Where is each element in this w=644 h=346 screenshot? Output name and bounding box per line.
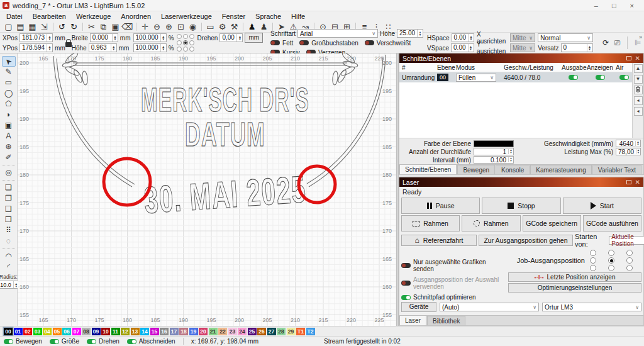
menu-item-hilfe[interactable]: Hilfe [291, 13, 305, 20]
weld-tool[interactable]: ❏ [2, 182, 16, 193]
monitor-icon[interactable]: ▭ [204, 21, 216, 32]
port-select[interactable]: (Auto)∨ [440, 303, 539, 311]
job-origin-radio-1[interactable] [608, 250, 614, 256]
palette-swatch-25[interactable]: 25 [248, 328, 257, 335]
text-style-select[interactable]: Normal∨ [538, 33, 593, 42]
uppercase-toggle[interactable]: Großbuchstaben [299, 40, 358, 47]
layer-show-toggle[interactable] [596, 75, 605, 80]
device-select[interactable]: Ortur LM3∨ [542, 303, 641, 311]
palette-swatch-17[interactable]: 17 [170, 328, 179, 335]
shape-tool[interactable]: ◗ [2, 109, 16, 120]
versatz-field[interactable]: 0▲▼ [561, 43, 593, 52]
text-tool[interactable]: A [2, 131, 16, 142]
palette-swatch-05[interactable]: 05 [53, 328, 62, 335]
anchor-radio-4[interactable] [183, 40, 188, 45]
scale-height-field[interactable]: 100.000▲▼ [133, 43, 167, 52]
palette-swatch-28[interactable]: 28 [277, 328, 286, 335]
palette-swatch-04[interactable]: 04 [43, 328, 52, 335]
delete-icon[interactable]: ⌫ [121, 21, 133, 32]
statusbar-toggle-drehen[interactable]: Drehen [87, 338, 119, 345]
aspect-lock-icon[interactable] [65, 42, 72, 47]
palette-swatch-02[interactable]: 02 [23, 328, 32, 335]
column-header-3[interactable]: Geschw./Leistung [501, 64, 559, 71]
menu-item-sprache[interactable]: Sprache [255, 13, 281, 20]
column-header-5[interactable]: Anzeigen [584, 64, 613, 71]
tab-laser[interactable]: Laser [399, 315, 426, 325]
anchor-radio-3[interactable] [177, 40, 182, 45]
anchor-radio-7[interactable] [183, 47, 188, 52]
y-align-select[interactable]: Mitte∨ [510, 43, 535, 52]
use-selection-origin-toggle[interactable]: Ausgangsposition der Auswahl verwenden [401, 276, 508, 290]
palette-swatch-23[interactable]: 23 [228, 328, 237, 335]
start-button[interactable]: Start [563, 198, 641, 214]
text-line-1[interactable]: MERK'SCH DR'S [141, 81, 309, 118]
palette-swatch-13[interactable]: 13 [131, 328, 140, 335]
palette-swatch-15[interactable]: 15 [150, 328, 159, 335]
save-icon[interactable]: ▦ [26, 21, 38, 32]
send-selected-only-toggle[interactable]: Nur ausgewählte Grafiken senden [401, 259, 508, 272]
layer-mode-select[interactable]: Füllen∨ [456, 74, 496, 82]
hspace-field[interactable]: 0.00▲▼ [452, 33, 474, 42]
palette-swatch-26[interactable]: 26 [257, 328, 266, 335]
job-origin-radio-4[interactable] [608, 257, 614, 264]
polygon-tool[interactable]: ⬠ [2, 99, 16, 109]
palette-swatch-03[interactable]: 03 [33, 328, 42, 335]
palette-collapse-left-button[interactable]: ◂ [634, 96, 643, 105]
font-select[interactable]: Arial∨ [297, 29, 378, 38]
frame-circle-button[interactable]: Rahmen [462, 215, 520, 232]
palette-swatch-21[interactable]: 21 [209, 328, 218, 335]
position-laser-tool[interactable]: ⊛ [2, 142, 16, 152]
pause-button[interactable]: Pause [401, 198, 480, 214]
tab-bewegen[interactable]: Bewegen [457, 165, 495, 174]
width-field[interactable]: 0.000▲▼ [90, 33, 118, 42]
laser-panel-titlebar[interactable]: Laser ✕ [399, 177, 643, 187]
layer-air-toggle[interactable] [619, 75, 629, 80]
offset-tool[interactable]: ◎ [2, 167, 16, 178]
column-header-2[interactable]: Modus [453, 64, 501, 71]
palette-swatch-16[interactable]: 16 [160, 328, 169, 335]
text-line-2[interactable]: DATUM [185, 115, 265, 153]
anchor-radio-5[interactable] [189, 40, 194, 45]
layer-move-up-button[interactable]: ▲ [634, 64, 643, 73]
boolean-intersect-tool[interactable]: ❑ [2, 204, 16, 215]
close-panel-icon[interactable]: ✕ [635, 55, 640, 62]
anchor-point-grid[interactable] [177, 34, 195, 52]
tab-konsole[interactable]: Konsole [496, 165, 530, 174]
close-button[interactable]: × [630, 2, 634, 9]
edit-nodes-tool[interactable]: ▣ [2, 120, 16, 131]
job-origin-radio-0[interactable] [590, 250, 596, 256]
anchor-radio-6[interactable] [177, 47, 182, 52]
start-from-select[interactable]: Aktuelle Position∨ [609, 236, 644, 245]
palette-swatch-27[interactable]: 27 [267, 328, 276, 335]
menu-item-werkzeuge[interactable]: Werkzeuge [76, 13, 111, 20]
palette-swatch-00[interactable]: 00 [4, 328, 13, 335]
cuts-panel-titlebar[interactable]: Schnitte/Ebenen ✕ [399, 53, 643, 63]
palette-swatch-12[interactable]: 12 [121, 328, 130, 335]
cut-icon[interactable]: ✂ [86, 21, 97, 32]
palette-swatch-07[interactable]: 07 [72, 328, 81, 335]
palette-swatch-T2[interactable]: T2 [306, 328, 315, 335]
passes-field[interactable]: 1▲▼ [474, 148, 514, 155]
palette-swatch-01[interactable]: 01 [14, 328, 23, 335]
open-file-icon[interactable]: ▤ [14, 21, 26, 32]
statusbar-toggle-abschneiden[interactable]: Abschneiden [127, 338, 175, 345]
statusbar-toggle-bewegen[interactable]: Bewegen [4, 338, 42, 345]
minimize-button[interactable]: – [594, 2, 598, 9]
laser-close-panel-icon[interactable]: ✕ [635, 179, 640, 186]
palette-swatch-09[interactable]: 09 [92, 328, 101, 335]
camera-icon[interactable]: ◉ [187, 21, 199, 32]
new-file-icon[interactable]: ▢ [3, 21, 14, 32]
job-origin-radio-7[interactable] [608, 265, 614, 271]
palette-swatch-20[interactable]: 20 [199, 328, 208, 335]
frame-rect-button[interactable]: Rahmen [401, 215, 460, 232]
radius-corner-tool[interactable]: ◠ [2, 251, 16, 262]
laser-float-panel-icon[interactable] [626, 180, 631, 184]
font-height-field[interactable]: 25.00▲▼ [397, 29, 423, 38]
menu-item-anordnen[interactable]: Anordnen [121, 13, 151, 20]
optimize-cut-path-toggle[interactable]: Schnittpfad optimieren [401, 294, 508, 301]
print-icon[interactable]: ⎚ [612, 38, 622, 47]
palette-swatch-08[interactable]: 08 [82, 328, 91, 335]
show-last-position-button[interactable]: -✛-Letzte Position anzeigen [508, 272, 641, 282]
gcode-run-button[interactable]: GCode ausführen [583, 215, 641, 232]
zoom-out-icon[interactable]: ⊖ [151, 21, 163, 32]
